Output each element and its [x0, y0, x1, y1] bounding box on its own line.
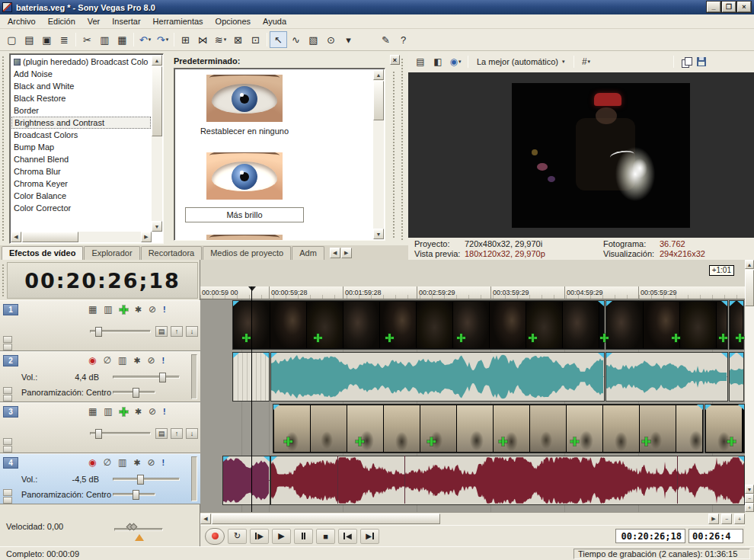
- track-minimize-button[interactable]: [3, 336, 12, 343]
- dock-grip-fx[interactable]: [391, 70, 396, 239]
- fx-list-item[interactable]: Color Balance: [11, 190, 151, 202]
- timeline-horizontal-scrollbar[interactable]: ◀ ▶ − +: [200, 512, 745, 525]
- scrollbar-thumb[interactable]: [745, 270, 754, 306]
- track-motion-icon[interactable]: [120, 306, 128, 314]
- scroll-right-button[interactable]: ▶: [708, 514, 719, 524]
- copy-snapshot-button[interactable]: [679, 55, 693, 69]
- tab-efectos-de-video[interactable]: Efectos de vídeo: [2, 246, 83, 260]
- track-number-badge[interactable]: 1: [3, 304, 18, 315]
- slider-knob[interactable]: [133, 388, 139, 398]
- composite-mode-button[interactable]: ▤: [155, 326, 168, 337]
- scrollbar-thumb[interactable]: [152, 66, 162, 136]
- video-track-1-lane[interactable]: [200, 299, 745, 350]
- video-track-3-lane[interactable]: [200, 403, 745, 454]
- timeline-events-area[interactable]: [200, 299, 745, 512]
- fx-horizontal-scrollbar[interactable]: ◀ ▶: [11, 232, 152, 242]
- normal-edit-tool-button[interactable]: ↖: [270, 31, 287, 48]
- project-properties-button[interactable]: ▤: [414, 55, 427, 69]
- track-minimize-button[interactable]: [3, 489, 12, 496]
- preset-partial[interactable]: [181, 235, 308, 241]
- menu-edicion[interactable]: Edición: [42, 15, 81, 27]
- track-restore-button[interactable]: [3, 497, 12, 504]
- stop-button[interactable]: ■: [316, 529, 335, 544]
- dock-grip-preview[interactable]: [400, 57, 404, 240]
- event-pan-crop-button[interactable]: [284, 437, 292, 446]
- make-compositing-parent-button[interactable]: ↓: [186, 428, 198, 439]
- tabs-scroll-right-button[interactable]: ▶: [341, 248, 352, 258]
- pause-button[interactable]: [294, 529, 313, 544]
- audio-event[interactable]: [222, 456, 270, 505]
- menu-herramientas[interactable]: Herramientas: [147, 15, 209, 27]
- copy-button[interactable]: ▥: [96, 31, 113, 48]
- solo-icon[interactable]: !: [162, 459, 165, 467]
- make-compositing-child-button[interactable]: ↑: [171, 428, 183, 439]
- fx-list-item[interactable]: Border: [11, 104, 151, 117]
- rate-slider-handle[interactable]: [128, 524, 136, 530]
- cursor-marker-icon[interactable]: [248, 286, 256, 291]
- invert-phase-icon[interactable]: ∅: [103, 356, 110, 365]
- lock-envelopes-button[interactable]: ⊠: [229, 31, 247, 48]
- event-pan-crop-button[interactable]: [529, 334, 537, 342]
- playback-rate-slider[interactable]: [114, 528, 163, 531]
- scroll-up-button[interactable]: ▲: [745, 260, 754, 269]
- automation-settings-icon[interactable]: ✱: [135, 408, 142, 416]
- track-level-slider[interactable]: [90, 330, 151, 333]
- preset-reset-none[interactable]: Restablecer en ninguno: [181, 75, 308, 136]
- automation-settings-icon[interactable]: ✱: [133, 459, 140, 467]
- fx-list-item[interactable]: Black Restore: [11, 92, 151, 104]
- video-event[interactable]: [232, 300, 605, 350]
- fx-list-item[interactable]: Color Corrector: [11, 202, 151, 214]
- auto-crossfades-button[interactable]: ⋈: [194, 31, 212, 48]
- event-pan-crop-button[interactable]: [356, 437, 364, 446]
- track-zoom-in-button[interactable]: +: [745, 503, 754, 512]
- cut-button[interactable]: ✂: [78, 31, 96, 48]
- close-docked-window-button[interactable]: ×: [390, 55, 400, 65]
- event-pan-crop-button[interactable]: [457, 334, 465, 342]
- fx-list-item[interactable]: Chroma Keyer: [11, 178, 151, 190]
- track-header-4[interactable]: 4 ◉ ∅ ▥ ✱ ⊘ ! Vol.: -4,5 dB Panoramizaci…: [0, 453, 200, 504]
- menu-archivo[interactable]: Archivo: [2, 15, 42, 27]
- menu-ayuda[interactable]: Ayuda: [257, 15, 292, 27]
- solo-icon[interactable]: !: [163, 408, 166, 416]
- fx-list-item[interactable]: Black and White: [11, 80, 151, 92]
- cursor-position-box[interactable]: 00:20:26;18: [615, 529, 685, 543]
- project-properties-button[interactable]: ≣: [56, 31, 73, 48]
- automation-settings-icon[interactable]: ✱: [135, 306, 142, 314]
- composite-mode-button[interactable]: ▤: [155, 428, 168, 439]
- preset-more-brightness[interactable]: Más brillo: [181, 152, 308, 222]
- video-event[interactable]: [729, 300, 744, 350]
- slider-knob[interactable]: [95, 429, 102, 439]
- tab-adm[interactable]: Adm: [292, 246, 324, 260]
- slider-knob[interactable]: [133, 490, 139, 500]
- mute-icon[interactable]: ⊘: [149, 407, 156, 416]
- minimize-button[interactable]: _: [707, 2, 720, 12]
- event-pan-crop-button[interactable]: [385, 334, 394, 342]
- scroll-up-button[interactable]: ▲: [152, 55, 162, 66]
- dock-grip-left[interactable]: [1, 55, 5, 242]
- make-compositing-parent-button[interactable]: ↓: [186, 326, 198, 337]
- save-snapshot-button[interactable]: [697, 55, 749, 69]
- scroll-up-button[interactable]: ▲: [373, 69, 384, 80]
- timeline-grip[interactable]: [1, 263, 5, 298]
- scrollbar-thumb[interactable]: [373, 81, 384, 120]
- presets-vertical-scrollbar[interactable]: ▲ ▼: [373, 69, 384, 239]
- event-pan-crop-button[interactable]: [719, 334, 727, 342]
- loop-playback-button[interactable]: ↻: [228, 529, 247, 544]
- tab-explorador[interactable]: Explorador: [84, 246, 139, 260]
- audio-track-4-lane[interactable]: [200, 455, 745, 506]
- title-bar[interactable]: baterias.veg * - Sony Vegas Pro 8.0 _ ❐ …: [0, 0, 754, 14]
- whats-this-help-button[interactable]: ?: [395, 31, 412, 48]
- scroll-left-button[interactable]: ◀: [11, 232, 21, 242]
- invert-phase-icon[interactable]: ∅: [103, 458, 110, 467]
- arm-record-icon[interactable]: ◉: [88, 458, 96, 467]
- zoom-edit-tool-button[interactable]: ⊙: [322, 31, 340, 48]
- mute-icon[interactable]: ⊘: [149, 305, 156, 314]
- save-button[interactable]: ▣: [38, 31, 56, 48]
- fx-list-item[interactable]: Channel Blend: [11, 153, 151, 165]
- fx-list-item[interactable]: Add Noise: [11, 68, 151, 80]
- enable-snapping-button[interactable]: ⊞: [177, 31, 194, 48]
- timecode-display[interactable]: 00:20:26;18: [7, 262, 198, 299]
- audio-track-2-lane[interactable]: [200, 351, 745, 402]
- video-event[interactable]: [704, 404, 745, 453]
- video-event[interactable]: [605, 300, 728, 350]
